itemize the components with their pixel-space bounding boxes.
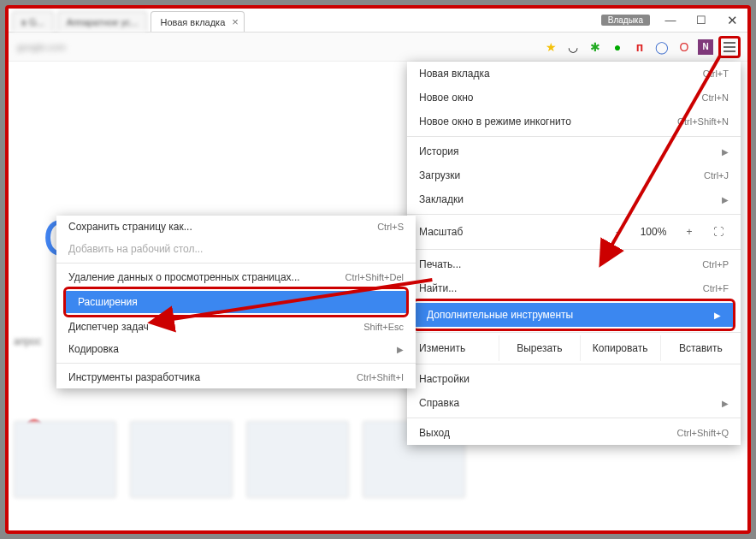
menu-help[interactable]: Справка▶ [407, 391, 741, 415]
maximize-button[interactable]: ☐ [686, 9, 717, 32]
tab-strip: в G... Аппаратное ус... Новая вкладка × [9, 9, 601, 32]
chrome-menu-button[interactable] [718, 36, 741, 58]
extension-icon[interactable]: ◯ [653, 38, 670, 56]
site-thumbnail[interactable] [130, 421, 233, 498]
cut-button[interactable]: Вырезать [499, 335, 579, 361]
annotated-screenshot-frame: в G... Аппаратное ус... Новая вкладка × … [5, 5, 751, 534]
onenote-icon[interactable]: N [698, 39, 713, 55]
menu-bookmarks[interactable]: Закладки▶ [407, 187, 741, 211]
copy-button[interactable]: Копировать [580, 335, 660, 361]
chevron-right-icon: ▶ [722, 195, 729, 204]
address-bar[interactable]: google.com [9, 42, 537, 52]
chrome-main-menu: Новая вкладкаCtrl+T Новое окноCtrl+N Нов… [407, 62, 741, 445]
window-controls: — ☐ ✕ [655, 9, 747, 32]
chevron-right-icon: ▶ [397, 345, 404, 354]
submenu-extensions[interactable]: Расширения [66, 291, 406, 313]
menu-edit-row: Изменить Вырезать Копировать Вставить [407, 335, 741, 361]
submenu-encoding[interactable]: Кодировка▶ [56, 338, 416, 360]
edit-label: Изменить [407, 335, 499, 361]
menu-separator [407, 332, 741, 333]
menu-separator [407, 136, 741, 137]
zoom-in-button[interactable]: + [679, 226, 700, 238]
chevron-right-icon: ▶ [714, 311, 721, 320]
close-button[interactable]: ✕ [717, 9, 747, 32]
submenu-clear-data[interactable]: Удаление данных о просмотренных страница… [56, 266, 416, 288]
submenu-save-as[interactable]: Сохранить страницу как...Ctrl+S [56, 216, 416, 238]
zoom-percent: 100% [636, 226, 670, 238]
close-icon[interactable]: × [232, 12, 239, 33]
menu-settings[interactable]: Настройки [407, 367, 741, 391]
bookmark-star-icon[interactable]: ★ [542, 38, 559, 56]
menu-new-window[interactable]: Новое окноCtrl+N [407, 86, 741, 110]
browser-toolbar: google.com ★ ◡ ✱ ● п ◯ O N [9, 33, 747, 62]
menu-incognito[interactable]: Новое окно в режиме инкогнитоCtrl+Shift+… [407, 110, 741, 133]
extension-icon[interactable]: п [631, 38, 648, 56]
submenu-devtools[interactable]: Инструменты разработчикаCtrl+Shift+I [56, 366, 416, 388]
submenu-more-tools: Сохранить страницу как...Ctrl+S Добавить… [56, 216, 416, 388]
opera-icon[interactable]: O [676, 38, 693, 56]
fullscreen-icon[interactable]: ⛶ [708, 226, 729, 238]
tab-inactive[interactable]: Аппаратное ус... [57, 11, 148, 32]
submenu-task-manager[interactable]: Диспетчер задачShift+Esc [56, 316, 416, 338]
menu-separator [56, 363, 416, 364]
menu-zoom: Масштаб - 100% + ⛶ [407, 217, 741, 246]
tab-title: Новая вкладка [160, 12, 225, 33]
annotation-highlight: Расширения [63, 287, 409, 317]
zoom-label: Масштаб [419, 226, 599, 238]
pocket-icon[interactable]: ◡ [564, 38, 582, 56]
menu-separator [407, 249, 741, 250]
minimize-button[interactable]: — [655, 9, 686, 32]
chevron-right-icon: ▶ [722, 147, 729, 157]
menu-downloads[interactable]: ЗагрузкиCtrl+J [407, 163, 741, 187]
paste-button[interactable]: Вставить [660, 335, 741, 361]
truncated-text: апрос [14, 335, 42, 347]
site-thumbnail[interactable] [246, 421, 349, 498]
site-thumbnail[interactable] [14, 421, 116, 498]
tab-inactive[interactable]: в G... [12, 11, 54, 32]
menu-exit[interactable]: ВыходCtrl+Shift+Q [407, 421, 741, 445]
zoom-out-button[interactable]: - [607, 226, 628, 238]
most-visited-thumbnails [14, 421, 465, 498]
chevron-right-icon: ▶ [722, 399, 729, 408]
extension-icon[interactable]: ● [609, 38, 626, 56]
window-titlebar: в G... Аппаратное ус... Новая вкладка × … [9, 9, 747, 33]
menu-separator [407, 418, 741, 418]
menu-separator [56, 263, 416, 264]
annotation-highlight: Дополнительные инструменты▶ [412, 299, 735, 331]
menu-separator [407, 364, 741, 364]
menu-more-tools[interactable]: Дополнительные инструменты▶ [415, 303, 733, 327]
menu-history[interactable]: История▶ [407, 139, 741, 163]
menu-separator [407, 214, 741, 215]
evernote-icon[interactable]: ✱ [587, 38, 604, 56]
menu-new-tab[interactable]: Новая вкладкаCtrl+T [407, 62, 741, 86]
tab-active[interactable]: Новая вкладка × [151, 11, 244, 32]
menu-print[interactable]: Печать...Ctrl+P [407, 252, 741, 276]
profile-badge[interactable]: Владыка [601, 15, 650, 26]
menu-find[interactable]: Найти...Ctrl+F [407, 276, 741, 300]
submenu-add-desktop: Добавить на рабочий стол... [56, 238, 416, 260]
